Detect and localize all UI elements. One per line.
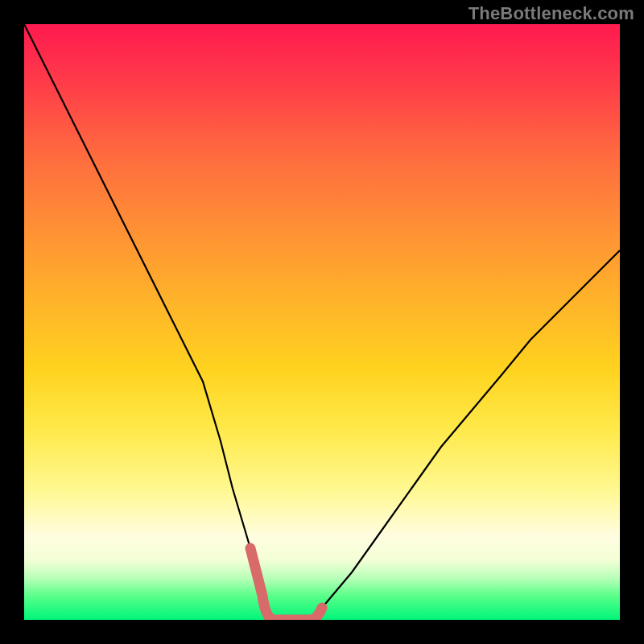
curve-layer: [24, 24, 620, 620]
watermark-text: TheBottleneck.com: [469, 3, 634, 24]
highlight-minimum: [250, 548, 322, 620]
chart-frame: TheBottleneck.com: [0, 0, 644, 644]
bottleneck-curve: [24, 24, 620, 620]
plot-area: [24, 24, 620, 620]
